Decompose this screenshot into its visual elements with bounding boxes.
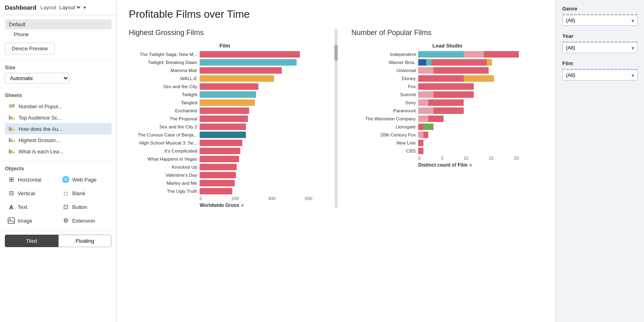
svg-rect-10 — [12, 128, 13, 131]
scroll-bar[interactable] — [334, 29, 338, 208]
chart1-film-label-12: It's Complicated — [129, 149, 197, 153]
layouts-section: Default Phone Device Preview — [0, 15, 116, 60]
floating-button[interactable]: Floating — [58, 235, 112, 247]
chart2-bar-track-7 — [418, 107, 519, 114]
chart1-row-11: High School Musical 3: Se... — [129, 140, 321, 146]
text-icon: A — [7, 203, 15, 211]
tiled-button[interactable]: Tiled — [5, 235, 58, 247]
chart1-bar-fill-14 — [200, 164, 237, 170]
chart2-bar-track-10 — [418, 132, 519, 138]
obj-button[interactable]: ⊡ Button — [60, 201, 112, 213]
chart2-segment-10-1 — [423, 132, 429, 138]
chart1-film-label-14: Knocked Up — [129, 165, 197, 169]
objects-grid: ⊞ Horizontal 🌐 Web Page ⊟ Vertical □ Bla… — [5, 174, 111, 226]
sheet-item-1[interactable]: Top Audience Sc... — [5, 112, 111, 123]
chart2-bars: IndependentWarner Bros.UniversalDisneyFo… — [351, 51, 543, 154]
bar-chart-1: Film The Twilight Saga: New M...Twilight… — [129, 43, 321, 208]
chart1-bar-track-8 — [200, 116, 312, 122]
chart2-studio-label-7: Paramount — [351, 108, 416, 113]
chart1-bar-fill-5 — [200, 91, 256, 98]
layout-phone[interactable]: Phone — [5, 29, 111, 39]
genre-select[interactable]: (All) — [562, 15, 638, 26]
chart2-studio-label-5: Summit — [351, 92, 416, 97]
chart2-xtick: 15 — [489, 156, 493, 161]
obj-blank[interactable]: □ Blank — [60, 188, 112, 199]
objects-section: Objects ⊞ Horizontal 🌐 Web Page ⊟ Vertic… — [0, 161, 116, 231]
svg-rect-13 — [10, 139, 12, 142]
chart1-bar-track-17 — [200, 188, 312, 194]
chart1-bar-track-11 — [200, 140, 312, 146]
chart1-xtick: 0 — [200, 196, 202, 201]
chart2-row-11: New Line — [351, 140, 543, 146]
chart2-segment-9-0 — [418, 124, 423, 130]
chart1-bars: The Twilight Saga: New M...Twilight: Bre… — [129, 51, 321, 194]
chart1-column-header: Film — [129, 43, 321, 49]
blank-icon: □ — [62, 189, 70, 197]
charts-row: Highest Grossing Films Film The Twilight… — [129, 29, 543, 208]
chart1-x-label: Worldwide Gross ≡ — [200, 202, 321, 208]
chart1-bar-fill-15 — [200, 172, 236, 178]
size-select[interactable]: Automatic — [5, 73, 69, 84]
chart2-bar-track-11 — [418, 140, 519, 146]
chart2-studio-label-0: Independent — [351, 52, 416, 57]
chart1-bar-fill-9 — [200, 124, 246, 130]
svg-rect-14 — [12, 140, 13, 142]
chart1-bar-fill-3 — [200, 75, 274, 82]
sheet-item-2[interactable]: How does the Au... — [5, 123, 111, 134]
chart2-bar-track-6 — [418, 99, 519, 106]
layout-default[interactable]: Default — [5, 19, 111, 29]
objects-heading: Objects — [5, 165, 111, 171]
chart1-bar-track-16 — [200, 180, 312, 186]
chart2-segment-6-0 — [418, 99, 428, 106]
genre-select-wrap: (All) — [562, 15, 638, 26]
chart2-segment-3-0 — [418, 75, 464, 82]
chart1-row-4: Sex and the City — [129, 83, 321, 90]
chart2-column-header: Lead Studio — [351, 43, 543, 49]
sheet-label-2: How does the Au... — [19, 126, 62, 132]
device-preview-button[interactable]: Device Preview — [5, 43, 55, 54]
layout-dropdown[interactable]: Layout — [58, 4, 82, 11]
button-icon: ⊡ — [62, 203, 70, 211]
filter-year: Year (All) — [562, 33, 638, 53]
chart1-bar-track-12 — [200, 148, 312, 154]
size-section: Size Automatic — [0, 60, 116, 88]
layout-select[interactable]: Layout Layout ▾ — [40, 4, 86, 11]
page-title: Profitable Films over Time — [129, 8, 543, 21]
year-select[interactable]: (All) — [562, 42, 638, 53]
genre-label: Genre — [562, 6, 638, 12]
sheet-item-0[interactable]: Number of Popul... — [5, 101, 111, 112]
chart2-row-2: Universal — [351, 67, 543, 74]
dashboard-label: Dashboard — [5, 4, 36, 11]
sheet-item-4[interactable]: What is each Lea... — [5, 146, 111, 157]
obj-vertical[interactable]: ⊟ Vertical — [5, 188, 57, 199]
chart2-studio-label-11: New Line — [351, 140, 416, 145]
chart2-x-axis: 05101520 — [418, 156, 519, 161]
obj-extension[interactable]: ⚙ Extension — [60, 215, 112, 226]
chart1-row-2: Mamma Mia! — [129, 67, 321, 74]
film-select[interactable]: (All) — [562, 70, 638, 80]
chart2-segment-7-1 — [433, 107, 464, 114]
chart1-bar-track-3 — [200, 75, 312, 82]
chart2-xtick: 5 — [441, 156, 443, 161]
obj-vertical-label: Vertical — [18, 190, 35, 196]
chart1-bar-fill-11 — [200, 140, 242, 146]
chart2-row-5: Summit — [351, 91, 543, 98]
chart1-bar-fill-4 — [200, 83, 258, 90]
chart1-xtick: 600 — [305, 196, 312, 201]
chart2-segment-4-0 — [418, 83, 474, 90]
sheet-item-3[interactable]: Highest Grossin... — [5, 134, 111, 146]
obj-webpage[interactable]: 🌐 Web Page — [60, 174, 112, 185]
chart1-film-label-5: Twilight — [129, 92, 197, 97]
sheet-icon-3 — [8, 136, 15, 144]
webpage-icon: 🌐 — [62, 175, 70, 184]
chart1-film-label-0: The Twilight Saga: New M... — [129, 52, 197, 57]
obj-extension-label: Extension — [72, 218, 95, 224]
obj-horizontal[interactable]: ⊞ Horizontal — [5, 174, 57, 185]
obj-image[interactable]: Image — [5, 215, 57, 226]
chart-popular-films: Number of Popular Films Lead Studio Inde… — [351, 29, 543, 208]
chart1-row-5: Twilight — [129, 91, 321, 98]
svg-rect-4 — [9, 116, 10, 120]
obj-text[interactable]: A Text — [5, 201, 57, 213]
chart1-bar-fill-1 — [200, 59, 297, 66]
chart2-bar-track-1 — [418, 59, 519, 66]
